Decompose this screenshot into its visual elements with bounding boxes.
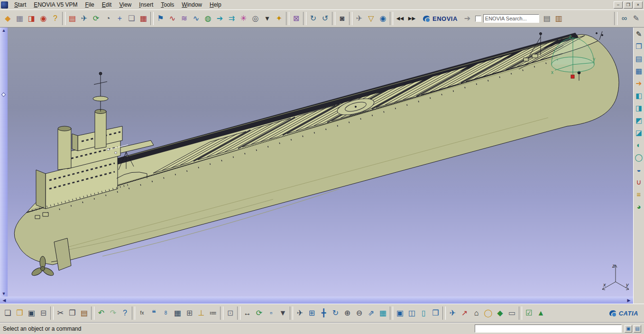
mesh-grid-icon[interactable]: ⊠ [290, 13, 302, 25]
comment-balloon-icon[interactable]: ❝ [148, 307, 160, 319]
arrow-teal-icon[interactable]: ➔ [214, 13, 226, 25]
menu-edit[interactable]: Edit [98, 0, 116, 9]
redo-icon[interactable]: ↷ [107, 307, 119, 319]
wave-red-icon[interactable]: ∿ [166, 13, 178, 25]
edit-query-icon[interactable]: ✎ [630, 13, 642, 25]
minimize-button[interactable]: – [614, 1, 623, 9]
tile-windows-icon[interactable]: ❒ [430, 307, 442, 319]
apply-check-icon[interactable]: ☑ [523, 307, 535, 319]
view-front-icon[interactable]: ◧ [634, 91, 644, 101]
constraint-icon[interactable]: ⊥ [195, 307, 207, 319]
go-first-icon[interactable]: ◀◀ [394, 13, 406, 25]
menu-insert[interactable]: Insert [135, 0, 157, 9]
undo-icon[interactable]: ↶ [95, 307, 107, 319]
rotate-cw-icon[interactable]: ↻ [307, 13, 319, 25]
fit-all-icon[interactable]: ⊞ [306, 307, 318, 319]
rotate-ccw-icon[interactable]: ↺ [319, 13, 331, 25]
parameters-icon[interactable]: ≔ [207, 307, 219, 319]
part-box-icon[interactable]: ▫ [265, 307, 277, 319]
open-folder-icon[interactable]: ❒ [14, 307, 26, 319]
section-cap-icon[interactable]: ⌂ [470, 307, 482, 319]
view-iso-icon[interactable]: ◪ [634, 128, 644, 138]
menu-tools[interactable]: Tools [157, 0, 178, 9]
clock-icon[interactable]: ◔ [102, 13, 114, 25]
search-annotation-icon[interactable]: ◎ [249, 13, 261, 25]
exit-workbench-icon[interactable]: ✎ [634, 29, 644, 39]
new-document-icon[interactable]: ❏ [2, 307, 14, 319]
pan-icon[interactable]: ╋ [318, 307, 330, 319]
flag-icon[interactable]: ⚑ [155, 13, 166, 25]
measure-icon[interactable]: ↔ [241, 307, 253, 319]
library-books-icon[interactable]: ▥ [553, 13, 565, 25]
compass-ball-icon[interactable]: ◉ [377, 13, 389, 25]
fly-mode-icon[interactable]: ✈ [294, 307, 306, 319]
publish-plane-icon[interactable]: ✈ [447, 307, 459, 319]
shading-mode-icon[interactable]: ◐ [634, 140, 644, 150]
cut-icon[interactable]: ✂ [55, 307, 66, 319]
zoom-out-icon[interactable]: ⊖ [353, 307, 365, 319]
wireframe-mode-icon[interactable]: ◯ [634, 152, 644, 162]
dropdown-more-icon[interactable]: ▾ [261, 13, 273, 25]
link-sync-icon[interactable]: ∞ [618, 13, 630, 25]
airplane-icon[interactable]: ✈ [78, 13, 90, 25]
transfer-plane-icon[interactable]: ➔ [461, 13, 473, 25]
menu-help[interactable]: Help [206, 0, 225, 9]
enovia-search-checkbox[interactable] [475, 16, 481, 22]
camera-record-icon[interactable]: ◙ [336, 13, 348, 25]
menu-view[interactable]: View [115, 0, 135, 9]
yellow-ring-icon[interactable]: ◯ [482, 307, 494, 319]
viewport-3d-scene[interactable]: z x y z x y [8, 28, 633, 297]
status-window-icon[interactable]: ▣ [625, 325, 632, 333]
zoom-in-icon[interactable]: ⊕ [341, 307, 353, 319]
globe-mesh-icon[interactable]: ◍ [202, 13, 214, 25]
layers-icon[interactable]: ≡ [634, 189, 644, 199]
scroll-down-arrow[interactable]: ▼ [1, 291, 7, 296]
scroll-right-arrow[interactable]: ▶ [626, 298, 632, 303]
quick-print-icon[interactable]: ⊡ [224, 307, 236, 319]
refresh-icon[interactable]: ⟳ [90, 13, 102, 25]
rule-number-icon[interactable]: 8 [160, 307, 172, 319]
inertia-icon[interactable]: ▼ [277, 307, 289, 319]
axis-system-icon[interactable]: + [114, 13, 126, 25]
menu-window[interactable]: Window [178, 0, 206, 9]
save-icon[interactable]: ▣ [26, 307, 37, 319]
vehicle-icon[interactable]: ◨ [26, 13, 37, 25]
close-button[interactable]: × [634, 1, 643, 9]
filter-funnel-icon[interactable]: ▽ [365, 13, 377, 25]
view-top-icon[interactable]: ◩ [634, 115, 644, 125]
search-list-icon[interactable]: ▤ [541, 13, 553, 25]
update-icon[interactable]: ⟳ [253, 307, 265, 319]
quick-views-icon[interactable]: ▦ [377, 307, 389, 319]
look-at-icon[interactable]: ◫ [406, 307, 418, 319]
rotate-view-icon[interactable]: ↻ [330, 307, 341, 319]
wave-blue-icon[interactable]: ∿ [190, 13, 202, 25]
copy-icon[interactable]: ❐ [66, 307, 78, 319]
graduated-ground-icon[interactable]: ◕ [634, 202, 644, 212]
double-arrow-icon[interactable]: ⇉ [226, 13, 238, 25]
grid-sheet-icon[interactable]: ▦ [634, 66, 644, 76]
surface-waves-icon[interactable]: ≋ [178, 13, 190, 25]
compass-anchor-point[interactable] [571, 75, 574, 78]
new-window-icon[interactable]: ▣ [394, 307, 406, 319]
paste-icon[interactable]: ▤ [78, 307, 90, 319]
table-red-icon[interactable]: ▦ [138, 13, 149, 25]
windows-stack-icon[interactable]: ❐ [634, 41, 644, 51]
formula-icon[interactable]: fx [136, 307, 148, 319]
horizontal-scrollbar[interactable]: ◀ ▶ [0, 297, 633, 304]
performance-chart-icon[interactable]: ▲ [535, 307, 547, 319]
power-input-field[interactable] [475, 325, 622, 333]
menu-enovia-v5-vpm[interactable]: ENOVIA V5 VPM [30, 0, 81, 9]
scroll-up-arrow[interactable]: ▲ [1, 28, 7, 33]
vehicle-query-icon[interactable]: ◉ [37, 13, 49, 25]
dmu-clipboard-icon[interactable]: ▯ [418, 307, 430, 319]
view-side-icon[interactable]: ◨ [634, 103, 644, 113]
ship-model[interactable] [14, 31, 619, 277]
report-chart-icon[interactable]: ▤ [66, 13, 78, 25]
maximize-button[interactable]: ❒ [624, 1, 633, 9]
hide-show-icon[interactable]: ◒ [634, 165, 644, 175]
status-panel-icon[interactable]: ▤ [634, 325, 641, 333]
design-table-icon[interactable]: ▦ [172, 307, 184, 319]
red-vector-icon[interactable]: ↗ [459, 307, 470, 319]
go-last-icon[interactable]: ▶▶ [406, 13, 418, 25]
scroll-left-arrow[interactable]: ◀ [1, 298, 7, 303]
